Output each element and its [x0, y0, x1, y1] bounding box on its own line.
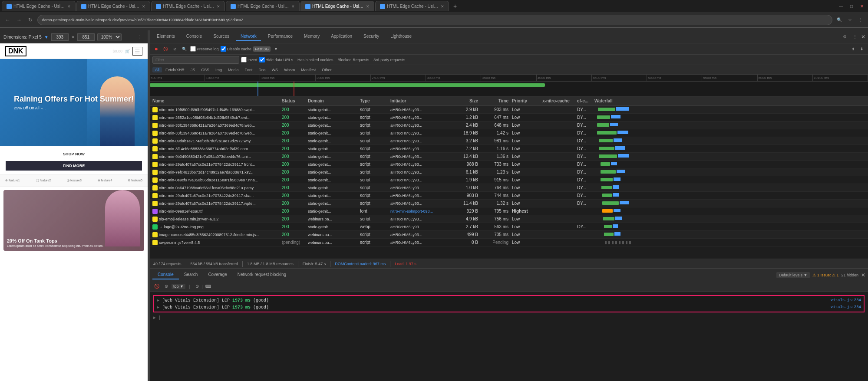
col-header-type[interactable]: Type [358, 99, 389, 103]
table-row[interactable]: nitro-min-29afc407a67cc0e21e7078422dc391… [150, 200, 868, 207]
type-filter-font[interactable]: Font [242, 67, 255, 72]
table-row[interactable]: nitro-min-33f1394868c421a7a264a07369ed4c… [150, 122, 868, 129]
shop-now-button[interactable]: SHOP NOW [5, 149, 142, 159]
type-filter-doc[interactable]: Doc [256, 67, 268, 72]
devtools-tab-network[interactable]: Network [236, 32, 261, 41]
table-row[interactable]: nitro-min-29afc407a67cc0e21e7078422dc391… [150, 192, 868, 200]
table-row[interactable]: nitro-min-0e9cf979a350b55da2e115ear1b583… [150, 176, 868, 184]
devtools-tab-sources[interactable]: Sources [209, 32, 234, 41]
back-button[interactable]: ← [3, 16, 12, 24]
pixel5-select[interactable]: ▼ [44, 35, 49, 39]
devtools-tab-performance[interactable]: Performance [264, 32, 297, 41]
table-row[interactable]: nitro-min-19f6500d690bf905497c1d645d1698… [150, 106, 868, 114]
import-button[interactable]: ⬆ [850, 46, 857, 52]
zoom-select[interactable]: 100% 75% 50% [97, 33, 122, 41]
col-header-time[interactable]: Time [480, 99, 510, 103]
type-filter-all[interactable]: All [152, 67, 162, 72]
disable-cache-checkbox[interactable]: Disable cache [221, 46, 252, 52]
console-context-selector[interactable]: top ▼ [172, 284, 185, 289]
type-filter-manifest[interactable]: Manifest [298, 67, 318, 72]
filter-icon[interactable]: ⊘ [172, 46, 178, 52]
col-header-initiator[interactable]: Initiator [389, 99, 449, 103]
console-more-button[interactable]: ⊙ [194, 283, 201, 289]
col-header-domain[interactable]: Domain [306, 99, 358, 103]
col-header-size[interactable]: Size [449, 99, 480, 103]
table-row[interactable]: nitro-min-09e91ef-soar.ttf 200 static-ge… [150, 207, 868, 215]
record-button[interactable]: ⏺ [152, 46, 160, 52]
table-row[interactable]: sip-emoji-release.min.js?ver=6.3.2 200 w… [150, 215, 868, 223]
devtools-more-icon[interactable]: ⋮ [851, 33, 859, 41]
browser-tab-5[interactable]: HTML Edge Cache - Using ... ✕ [300, 1, 374, 11]
devtools-tab-elements[interactable]: Elements [152, 32, 179, 41]
tab-close-5[interactable]: ✕ [366, 4, 370, 9]
preserve-log-checkbox[interactable]: Preserve log [190, 46, 219, 52]
console-clear-button[interactable]: 🚫 [152, 283, 161, 289]
browser-tab-2[interactable]: HTML Edge Cache - Using ... ✕ [76, 1, 150, 11]
export-button[interactable]: ⬇ [858, 46, 865, 52]
filter-input[interactable] [152, 56, 239, 64]
col-header-waterfall[interactable]: Waterfall [593, 99, 868, 103]
tab-close-2[interactable]: ✕ [142, 4, 145, 9]
minimize-button[interactable]: — [837, 2, 845, 10]
hide-data-urls-checkbox[interactable]: Hide data URLs [259, 57, 294, 62]
devtools-tab-application[interactable]: Application [327, 32, 356, 41]
col-header-status[interactable]: Status [280, 99, 306, 103]
bottom-tab-coverage[interactable]: Coverage [203, 270, 232, 279]
search-icon[interactable]: 🔍 [835, 16, 844, 24]
type-filter-img[interactable]: Img [213, 67, 224, 72]
maximize-button[interactable]: □ [847, 2, 856, 10]
type-filter-css[interactable]: CSS [199, 67, 212, 72]
table-row[interactable]: nitro-min-29afc407a67cc0e21e7078422dc391… [150, 161, 868, 168]
devtools-tab-console[interactable]: Console [182, 32, 207, 41]
new-tab-button[interactable]: + [450, 1, 460, 11]
tab-close-4[interactable]: ✕ [291, 4, 295, 9]
tab-close-1[interactable]: ✕ [67, 4, 71, 9]
devtools-tab-memory[interactable]: Memory [300, 32, 324, 41]
height-input[interactable] [77, 33, 95, 41]
invert-checkbox[interactable]: Invert [241, 57, 257, 62]
devtools-tab-lighthouse[interactable]: Lighthouse [386, 32, 416, 41]
table-row[interactable]: nitro-min-0a6471988ca6c58a1fcea05ebc98e2… [150, 184, 868, 192]
console-source-2[interactable]: vitals.js:234 [831, 305, 861, 309]
search-network-button[interactable]: 🔍 [180, 46, 188, 52]
console-source-1[interactable]: vitals.js:234 [831, 298, 861, 302]
type-filter-js[interactable]: JS [188, 67, 198, 72]
table-row[interactable]: nitro-min-2652a1ce08bf08b64b1d30fb9849cb… [150, 114, 868, 122]
col-header-name[interactable]: Name [150, 99, 280, 103]
bottom-tab-search[interactable]: Search [179, 270, 203, 279]
throttle-dropdown[interactable]: ▼ [272, 46, 280, 52]
browser-tab-3[interactable]: HTML Edge Cache - Using ... ✕ [151, 1, 225, 11]
type-filter-ws[interactable]: WS [269, 67, 281, 72]
device-options-button[interactable]: ⋮ [135, 33, 144, 41]
devtools-tab-security[interactable]: Security [359, 32, 383, 41]
forward-button[interactable]: → [15, 16, 23, 24]
col-header-priority[interactable]: Priority [510, 99, 541, 103]
width-input[interactable] [51, 33, 69, 41]
type-filter-fetchxhr[interactable]: Fetch/XHR [163, 67, 187, 72]
table-row[interactable]: image-carousel4455c3f856249200897512./ki… [150, 231, 868, 239]
bottom-panel-close-button[interactable]: ✕ [861, 272, 865, 278]
browser-tab-1[interactable]: HTML Edge Cache - Using ... ✕ [2, 1, 76, 11]
tab-close-3[interactable]: ✕ [217, 4, 220, 9]
default-levels-dropdown[interactable]: Default levels ▼ [776, 272, 810, 278]
col-header-cfc[interactable]: cf-c... [575, 99, 593, 103]
url-input[interactable] [37, 15, 832, 25]
tab-close-6[interactable]: ✕ [441, 4, 444, 9]
bookmark-icon[interactable]: ☆ [845, 16, 854, 24]
table-row[interactable]: nitro-min-33f1394868c421a7a264a07369ed4c… [150, 129, 868, 137]
close-window-button[interactable]: ✕ [858, 2, 866, 10]
reload-button[interactable]: ↻ [26, 16, 35, 24]
bottom-tab-network-blocking[interactable]: Network request blocking [232, 270, 291, 279]
type-filter-media[interactable]: Media [225, 67, 241, 72]
devtools-close-button[interactable]: ✕ [861, 34, 865, 40]
type-filter-other[interactable]: Other [319, 67, 334, 72]
table-row[interactable]: nitro-min-09dab1e7174af3cb7d0f2a1ae19d29… [150, 137, 868, 145]
col-header-xnitro[interactable]: x-nitro-cache [541, 99, 575, 103]
table-row[interactable]: → logo@2x-t2no-img.png 200 static-getnit… [150, 223, 868, 231]
table-row[interactable]: swiper.min.js?ver=8.4.5 (pending) webina… [150, 239, 868, 246]
clear-button[interactable]: 🚫 [162, 46, 170, 52]
devtools-settings-icon[interactable]: ⚙ [840, 33, 849, 41]
table-row[interactable]: nitro-min-9b0490880421e7a054a073dbed4c76… [150, 153, 868, 161]
browser-tab-6[interactable]: HTML Edge Cache - Using ... ✕ [375, 1, 449, 11]
type-filter-wasm[interactable]: Wasm [281, 67, 297, 72]
